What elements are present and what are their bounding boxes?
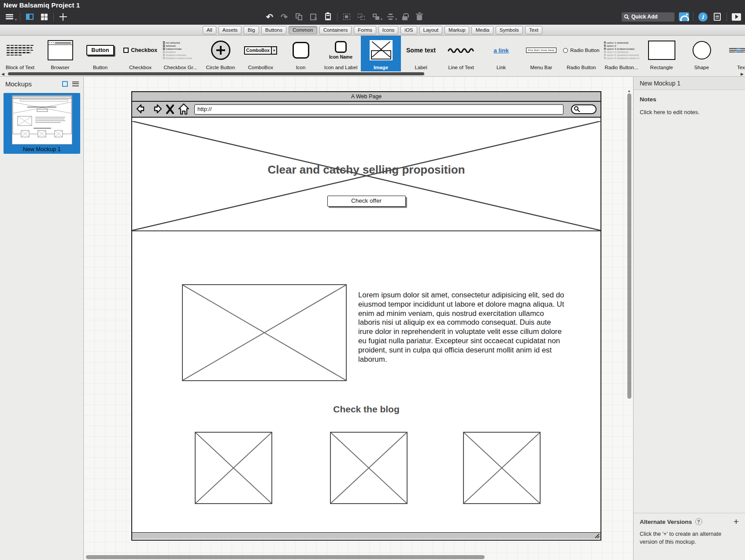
paste-button[interactable] (322, 11, 333, 22)
forward-arrow-icon[interactable] (151, 103, 162, 115)
group-button[interactable] (341, 11, 352, 22)
help-question-icon[interactable]: ? (695, 518, 702, 525)
body-paragraph[interactable]: Lorem ipsum dolor sit amet, consectetur … (358, 291, 567, 364)
library-item-checkbox[interactable]: Checkbox Checkbox (120, 36, 160, 71)
library-item-rectangle[interactable]: Rectangle (641, 36, 682, 71)
grid-view-button[interactable] (39, 11, 49, 22)
redo-button[interactable]: ↷ (279, 11, 289, 22)
stop-x-icon[interactable] (165, 103, 175, 115)
plus-icon (59, 13, 67, 21)
tab-containers[interactable]: Containers (319, 26, 352, 34)
add-alternate-button[interactable]: + (734, 518, 739, 525)
tab-text[interactable]: Text (525, 26, 542, 34)
tab-common[interactable]: Common (289, 26, 317, 34)
hero-image-placeholder[interactable]: Clear and catchy selling proposition Che… (132, 121, 600, 231)
library-item-image[interactable]: Image (361, 36, 401, 71)
library-item-link[interactable]: a link Link (481, 36, 521, 71)
notes-edit-hint[interactable]: Click here to edit notes. (640, 109, 700, 115)
copy-icon (296, 13, 302, 20)
canvas-vertical-scrollbar[interactable] (627, 93, 631, 399)
paste-special-button[interactable]: ↘ (308, 11, 319, 22)
canvas-scroll-up-icon[interactable]: ▲ (627, 89, 631, 93)
library-item-circle-button[interactable]: Circle Button (200, 36, 241, 71)
copy-button[interactable] (293, 11, 304, 22)
blog-image-placeholder-3[interactable] (463, 432, 541, 504)
blog-image-placeholder-2[interactable] (330, 432, 408, 504)
wireframe-browser-window[interactable]: A Web Page http:// Clear and catchy sell… (131, 91, 601, 541)
tab-assets[interactable]: Assets (219, 26, 242, 34)
browser-window-title[interactable]: A Web Page (132, 92, 600, 102)
library-item-menu-bar[interactable]: File Edit View Help Menu Bar (521, 36, 561, 71)
undo-button[interactable]: ↶ (264, 11, 275, 22)
radio-group-preview: option 1 (selected) option 2 option 3 (i… (604, 41, 639, 59)
tab-big[interactable]: Big (244, 26, 259, 34)
alternate-versions-hint: Click the '+' to create an alternate ver… (640, 530, 734, 546)
library-item-icon[interactable]: Icon (281, 36, 321, 71)
tab-forms[interactable]: Forms (354, 26, 376, 34)
library-item-button[interactable]: Button Button (80, 36, 120, 71)
tab-ios[interactable]: iOS (400, 26, 417, 34)
library-item-label[interactable]: Some text Label (401, 36, 441, 71)
align-button[interactable]: ▾ (385, 11, 396, 22)
search-pill[interactable] (571, 104, 597, 114)
library-item-text[interactable]: Text (722, 36, 745, 71)
scroll-left-icon[interactable]: ◀ (1, 72, 4, 76)
check-offer-button[interactable]: Check offer (327, 196, 406, 207)
library-item-radio-group[interactable]: option 1 (selected) option 2 option 3 (i… (601, 36, 641, 71)
back-arrow-icon[interactable] (136, 103, 148, 115)
url-field[interactable]: http:// (194, 104, 563, 115)
library-item-radio-button[interactable]: Radio Button Radio Button (561, 36, 601, 71)
project-info-button[interactable]: i (697, 11, 708, 22)
quick-add-input[interactable] (622, 12, 675, 22)
list-view-icon[interactable] (72, 82, 79, 86)
home-icon[interactable] (178, 103, 189, 116)
tab-all[interactable]: All (203, 26, 216, 34)
circle-button-preview (211, 41, 230, 60)
scroll-right-icon[interactable]: ▶ (741, 72, 744, 76)
library-item-combobox[interactable]: ComboBox▼ ComboBox (241, 36, 281, 71)
arrange-order-button[interactable]: ▾ (371, 11, 381, 22)
feature-image-placeholder[interactable] (182, 284, 347, 381)
library-item-icon-and-label[interactable]: Icon Name Icon and Label (321, 36, 361, 71)
main-menu-button[interactable]: ▾ (3, 11, 16, 22)
blog-heading[interactable]: Check the blog (132, 404, 600, 415)
ui-library-toggle-button[interactable] (678, 11, 689, 22)
library-item-checkbox-group[interactable]: not selected selected indeterminate disa… (160, 36, 200, 71)
delete-button[interactable] (414, 11, 425, 22)
icon-and-label-preview: Icon Name (329, 41, 352, 59)
tab-icons[interactable]: Icons (378, 26, 399, 34)
ungroup-button[interactable] (356, 11, 367, 22)
lock-button[interactable] (400, 11, 410, 22)
mockup-thumbnail (12, 95, 72, 145)
undo-icon: ↶ (266, 13, 273, 21)
present-button[interactable] (731, 11, 741, 22)
editor-canvas[interactable]: A Web Page http:// Clear and catchy sell… (84, 77, 633, 560)
tab-markup[interactable]: Markup (445, 26, 469, 34)
notes-icon (714, 13, 721, 21)
library-item-block-of-text[interactable]: Block of Text (0, 36, 40, 71)
lock-icon (402, 16, 408, 20)
notes-panel-button[interactable] (712, 11, 723, 22)
hero-title[interactable]: Clear and catchy selling proposition (132, 163, 600, 177)
panel-icon (26, 14, 33, 20)
resize-grip-icon[interactable] (593, 533, 600, 538)
trash-icon (417, 15, 422, 20)
library-scrollbar-thumb[interactable] (8, 72, 424, 75)
tab-layout[interactable]: Layout (419, 26, 443, 34)
library-item-browser[interactable]: Browser (40, 36, 80, 71)
library-scrollbar: ◀ ▶ (0, 71, 745, 77)
chevron-down-icon: ▾ (395, 17, 397, 21)
search-icon (624, 14, 630, 20)
tab-symbols[interactable]: Symbols (496, 26, 523, 34)
tab-buttons[interactable]: Buttons (261, 26, 286, 34)
blog-image-placeholder-1[interactable] (195, 432, 272, 504)
library-item-line-of-text[interactable]: Line of Text (441, 36, 481, 71)
canvas-horizontal-scrollbar[interactable] (86, 555, 485, 559)
thumbnail-view-icon[interactable] (62, 81, 68, 87)
library-item-shape[interactable]: Shape (682, 36, 722, 71)
new-mockup-button[interactable] (58, 11, 68, 22)
toggle-panel-button[interactable] (24, 11, 35, 22)
page-arrow-icon: ↘ (310, 14, 316, 20)
mockup-thumbnail-selected[interactable]: New Mockup 1 (4, 93, 80, 154)
tab-media[interactable]: Media (471, 26, 493, 34)
